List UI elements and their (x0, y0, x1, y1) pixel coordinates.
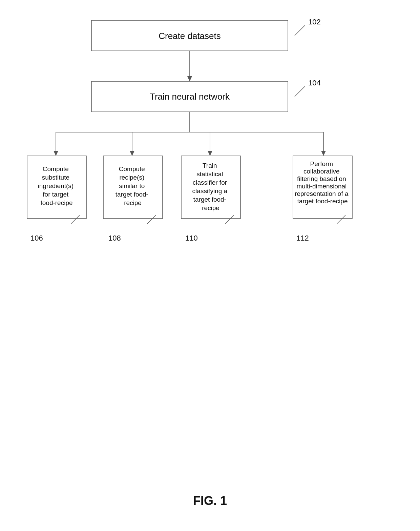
figure-label: FIG. 1 (193, 494, 227, 508)
svg-line-0 (295, 25, 305, 36)
diagram-svg: Create datasets 102 Train neural network… (0, 0, 420, 531)
ref-104: 104 (308, 79, 321, 87)
arrow-1 (187, 76, 192, 81)
arrow-branch-3 (208, 151, 212, 156)
ref-108: 108 (108, 234, 121, 242)
train-neural-label: Train neural network (150, 91, 230, 102)
ref-106: 106 (30, 234, 43, 242)
create-datasets-label: Create datasets (159, 31, 221, 41)
compute-substitute-label: Compute substitute ingredient(s) for tar… (38, 165, 76, 206)
ref-110: 110 (185, 234, 198, 242)
svg-line-2 (295, 86, 305, 97)
arrow-branch-1 (54, 151, 58, 156)
arrow-branch-2 (130, 151, 134, 156)
ref-112: 112 (296, 234, 309, 242)
arrow-branch-4 (321, 151, 326, 156)
ref-102: 102 (308, 18, 321, 26)
